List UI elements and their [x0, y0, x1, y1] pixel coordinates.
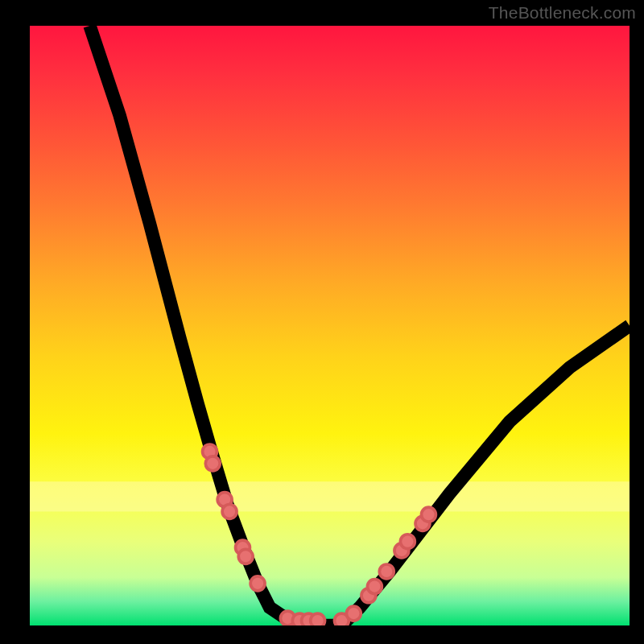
data-dot [311, 613, 325, 625]
data-dot [238, 549, 253, 564]
chart-frame: TheBottleneck.com [0, 0, 644, 644]
watermark-text: TheBottleneck.com [489, 3, 636, 23]
plot-area [30, 26, 630, 625]
data-dot [367, 580, 382, 594]
data-dot [421, 507, 436, 522]
data-dot [222, 505, 237, 519]
data-dot [250, 576, 265, 591]
data-dot [379, 564, 394, 579]
data-dot [400, 535, 415, 549]
data-dot [205, 456, 220, 471]
data-dot [346, 606, 361, 621]
dots-layer [30, 26, 630, 625]
